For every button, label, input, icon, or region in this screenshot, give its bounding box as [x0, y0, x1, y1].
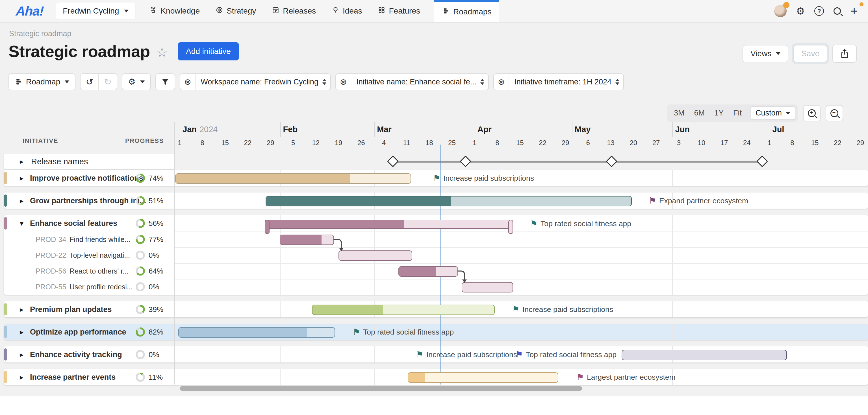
initiative-row-block[interactable]: ▸Increase partner events11%⚑Largest part…: [4, 369, 868, 385]
add-initiative-button[interactable]: Add initiative: [178, 42, 239, 60]
expand-caret[interactable]: ▸: [20, 305, 24, 314]
share-button[interactable]: [832, 45, 857, 63]
remove-filter-icon[interactable]: ⊗: [336, 74, 351, 90]
progress-column-header: PROGRESS: [125, 137, 164, 144]
milestone-diamond[interactable]: [460, 155, 471, 167]
filter-chip-2[interactable]: ⊗Initiative timeframe: 1H 2024: [493, 73, 624, 90]
flag-icon: ⚑: [516, 350, 523, 359]
milestone-diamond[interactable]: [756, 155, 768, 167]
gantt-bar[interactable]: [312, 305, 495, 315]
milestone-label-text: Expand partner ecosystem: [659, 196, 748, 205]
roadmaps-icon: [442, 7, 450, 16]
initiative-row-block-selected[interactable]: ▸Optimize app performance82%⚑Top rated s…: [4, 324, 868, 340]
year-label: 2024: [199, 125, 218, 134]
filter-chip-0[interactable]: ⊗Workspace name: Fredwin Cycling: [180, 73, 331, 90]
nav-items: KnowledgeStrategyReleasesIdeasFeaturesRo…: [148, 0, 499, 22]
remove-filter-icon[interactable]: ⊗: [494, 74, 509, 90]
gear-icon[interactable]: ⚙: [796, 6, 805, 16]
gantt-bar[interactable]: [408, 372, 558, 383]
milestone-label: ⚑Top rated social fitness app: [530, 219, 631, 228]
month-label: Feb: [283, 125, 298, 134]
expand-caret[interactable]: ▸: [20, 350, 24, 359]
gantt-bar[interactable]: [280, 235, 334, 245]
gantt-bar[interactable]: [462, 282, 513, 292]
nav-item-ideas[interactable]: Ideas: [330, 0, 364, 22]
workspace-selector[interactable]: Fredwin Cycling: [56, 3, 135, 20]
expand-caret[interactable]: ▸: [20, 327, 24, 336]
redo-button[interactable]: ↻: [98, 74, 117, 90]
initiative-row-block[interactable]: ▸Premium plan updates39%⚑Increase paid s…: [4, 301, 868, 317]
month-gridline: [672, 324, 673, 340]
milestone-label-text: Top rated social fitness app: [540, 219, 631, 228]
nav-item-knowledge[interactable]: Knowledge: [148, 0, 202, 22]
avatar[interactable]: [774, 5, 786, 17]
add-icon[interactable]: +: [850, 5, 858, 17]
horizontal-scrollbar[interactable]: [180, 386, 582, 391]
aha-logo[interactable]: Aha!: [16, 3, 44, 19]
progress-donut: [135, 267, 145, 276]
zoom-in-button[interactable]: +: [803, 105, 820, 122]
week-label: 13: [607, 139, 615, 147]
filter-chip-1[interactable]: ⊗Initiative name: Enhance social fe...: [335, 73, 489, 90]
filter-button[interactable]: [155, 73, 175, 90]
settings-dropdown-button[interactable]: ⚙: [122, 73, 151, 90]
month-label: Jul: [773, 125, 784, 134]
gantt-bar[interactable]: [178, 327, 335, 338]
filter-chip-label: Initiative name: Enhance social fe...: [351, 74, 479, 90]
week-label: 1: [178, 139, 181, 147]
breadcrumb: Strategic roadmap: [9, 29, 71, 38]
nav-item-strategy[interactable]: Strategy: [214, 0, 258, 22]
gantt-bar[interactable]: [398, 266, 458, 277]
expand-caret[interactable]: ▸: [20, 196, 24, 205]
filter-chip-label: Initiative timeframe: 1H 2024: [509, 74, 614, 90]
funnel-icon: [162, 78, 169, 85]
save-button[interactable]: Save: [794, 45, 827, 62]
gantt-bar[interactable]: [265, 220, 513, 229]
nav-item-label: Roadmaps: [453, 7, 491, 16]
table-row[interactable]: PROD-55User profile redesi...0%: [4, 279, 868, 295]
nav-item-releases[interactable]: Releases: [270, 0, 318, 22]
search-icon[interactable]: [834, 7, 841, 15]
week-label: 22: [539, 139, 547, 147]
nav-item-roadmaps[interactable]: Roadmaps: [434, 0, 499, 22]
undo-button[interactable]: ↺: [81, 74, 98, 90]
zoom-out-button[interactable]: −: [826, 105, 843, 122]
zoom-preset-3m[interactable]: 3M: [673, 108, 685, 118]
header-actions: Views Save: [743, 45, 857, 63]
roadmap-type-button[interactable]: Roadmap: [8, 73, 75, 90]
table-row[interactable]: PROD-34Find friends while...77%: [4, 232, 868, 247]
gantt-bar[interactable]: [339, 250, 412, 261]
expand-caret[interactable]: ▸: [20, 157, 24, 166]
month-label: Apr: [477, 125, 492, 134]
initiative-row-block[interactable]: ▸Grow partnerships through im...51%⚑Expa…: [4, 193, 868, 209]
gantt-bar[interactable]: [175, 173, 411, 184]
views-button[interactable]: Views: [743, 45, 788, 62]
expand-caret[interactable]: ▸: [20, 174, 24, 182]
initiative-color-strip: [4, 371, 7, 383]
milestone-diamond[interactable]: [387, 155, 399, 167]
zoom-preset-6m[interactable]: 6M: [693, 108, 705, 118]
remove-filter-icon[interactable]: ⊗: [180, 74, 195, 90]
favorite-star-icon[interactable]: ☆: [156, 45, 168, 60]
app-stage: Aha! Fredwin Cycling KnowledgeStrategyRe…: [0, 0, 868, 415]
week-label: 26: [358, 139, 365, 147]
nav-left: Aha! Fredwin Cycling KnowledgeStrategyRe…: [16, 0, 499, 22]
zoom-custom-selector[interactable]: Custom: [751, 106, 795, 120]
help-icon[interactable]: ?: [814, 6, 824, 16]
gantt-bar-fill: [176, 174, 350, 183]
gantt-bar[interactable]: [622, 350, 787, 360]
initiative-row-block[interactable]: ▸Enhance activity tracking0%⚑Increase pa…: [4, 346, 868, 362]
month-label: May: [575, 125, 591, 134]
initiative-row-block[interactable]: ▸Improve proactive notifications74%⚑Incr…: [4, 170, 868, 186]
expand-caret[interactable]: ▾: [20, 219, 24, 228]
zoom-preset-fit[interactable]: Fit: [733, 108, 742, 118]
table-row[interactable]: PROD-22Top-level navigati...0%: [4, 247, 868, 263]
features-icon: [378, 6, 385, 16]
feature-ref: PROD-56: [36, 267, 66, 275]
feature-ref: PROD-55: [36, 283, 66, 291]
milestone-diamond[interactable]: [606, 155, 617, 167]
expand-caret[interactable]: ▸: [20, 373, 24, 381]
gantt-bar[interactable]: [266, 196, 632, 206]
zoom-preset-1y[interactable]: 1Y: [714, 108, 724, 118]
nav-item-features[interactable]: Features: [376, 0, 422, 22]
